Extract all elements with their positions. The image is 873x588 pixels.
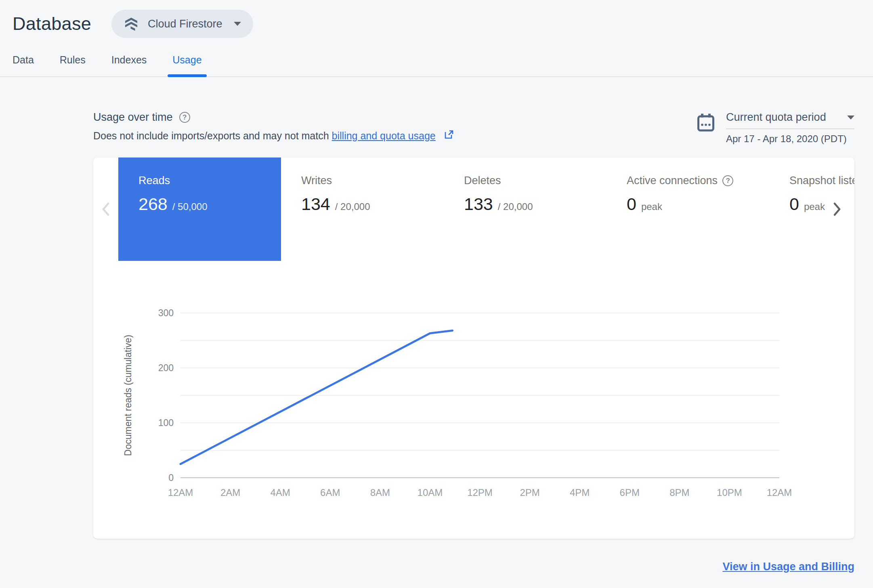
calendar-icon <box>696 113 716 145</box>
metric-cards-row: Reads 268 / 50,000 Writes 134 / 20,000 D… <box>93 158 854 261</box>
tab-data[interactable]: Data <box>13 48 34 76</box>
svg-text:8PM: 8PM <box>669 487 689 498</box>
billing-quota-link[interactable]: billing and quota usage <box>332 129 454 142</box>
page-header: Database Cloud Firestore <box>0 0 873 38</box>
external-link-icon <box>444 129 454 142</box>
product-selector-label: Cloud Firestore <box>148 18 222 30</box>
section-title: Usage over time <box>93 111 173 124</box>
tab-rules[interactable]: Rules <box>60 48 86 76</box>
svg-text:6AM: 6AM <box>320 487 340 498</box>
svg-text:0: 0 <box>168 472 174 483</box>
svg-text:Document reads (cumulative): Document reads (cumulative) <box>123 335 133 456</box>
metric-card-writes[interactable]: Writes 134 / 20,000 <box>281 158 444 261</box>
usage-section: Usage over time ? Does not include impor… <box>93 111 854 539</box>
chevron-down-icon <box>847 116 854 120</box>
svg-text:12AM: 12AM <box>767 487 792 498</box>
svg-text:10AM: 10AM <box>418 487 443 498</box>
product-selector[interactable]: Cloud Firestore <box>111 10 253 38</box>
svg-text:4AM: 4AM <box>270 487 290 498</box>
svg-text:2PM: 2PM <box>520 487 539 498</box>
panel-footer: View in Usage and Billing <box>93 561 854 573</box>
svg-text:6PM: 6PM <box>620 487 640 498</box>
usage-panel: Reads 268 / 50,000 Writes 134 / 20,000 D… <box>93 158 854 539</box>
svg-text:2AM: 2AM <box>220 487 240 498</box>
firestore-usage-page: Database Cloud Firestore Data Rules Inde… <box>0 0 873 588</box>
svg-text:12AM: 12AM <box>168 487 193 498</box>
svg-text:300: 300 <box>158 308 174 318</box>
quota-period-label: Current quota period <box>726 111 826 124</box>
quota-period-selector[interactable]: Current quota period Apr 17 - Apr 18, 20… <box>696 111 854 145</box>
svg-text:12PM: 12PM <box>467 487 493 498</box>
section-head-left: Usage over time ? Does not include impor… <box>93 111 454 142</box>
usage-chart: 010020030012AM2AM4AM6AM8AM10AM12PM2PM4PM… <box>93 291 854 517</box>
section-subtitle: Does not include imports/exports and may… <box>93 129 454 142</box>
chevron-down-icon <box>234 22 241 26</box>
carousel-next-icon[interactable] <box>829 200 844 220</box>
carousel-prev-icon[interactable] <box>99 200 113 220</box>
svg-text:200: 200 <box>158 363 174 373</box>
tab-bar: Data Rules Indexes Usage <box>0 48 873 77</box>
metric-card-reads[interactable]: Reads 268 / 50,000 <box>118 158 281 261</box>
active-connections-help-icon[interactable]: ? <box>722 175 733 186</box>
quota-period-range: Apr 17 - Apr 18, 2020 (PDT) <box>726 133 854 145</box>
page-title: Database <box>13 13 91 34</box>
tab-usage[interactable]: Usage <box>172 48 201 76</box>
svg-text:100: 100 <box>158 418 174 428</box>
firestore-icon <box>124 16 139 32</box>
metric-card-deletes[interactable]: Deletes 133 / 20,000 <box>444 158 606 261</box>
svg-text:10PM: 10PM <box>717 487 742 498</box>
svg-text:8AM: 8AM <box>370 487 390 498</box>
metric-card-active-connections[interactable]: Active connections ? 0 peak <box>606 158 769 261</box>
usage-help-icon[interactable]: ? <box>179 112 190 123</box>
tab-indexes[interactable]: Indexes <box>111 48 147 76</box>
view-usage-billing-link[interactable]: View in Usage and Billing <box>722 561 854 573</box>
svg-text:4PM: 4PM <box>570 487 590 498</box>
